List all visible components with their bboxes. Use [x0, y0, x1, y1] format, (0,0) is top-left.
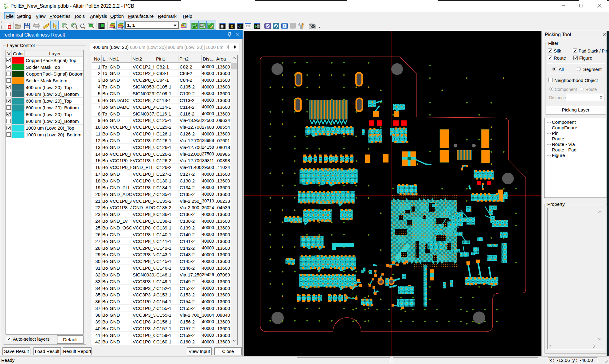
svg-text:A: A: [113, 25, 116, 29]
svg-text:P: P: [121, 25, 124, 29]
svg-text:P: P: [7, 6, 9, 9]
